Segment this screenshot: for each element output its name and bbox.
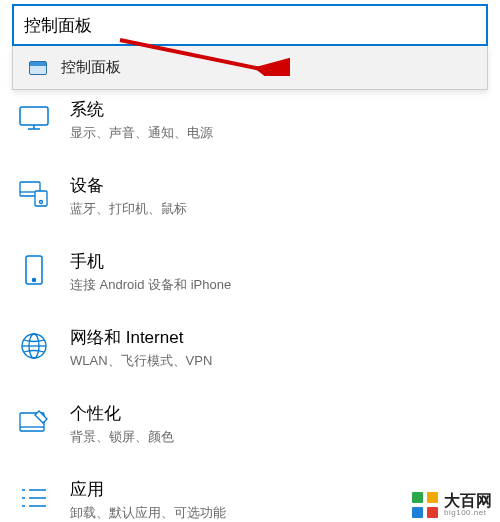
category-phone[interactable]: 手机 连接 Android 设备和 iPhone	[0, 234, 500, 310]
search-suggestions: 控制面板	[12, 46, 488, 90]
category-subtitle: 卸载、默认应用、可选功能	[70, 504, 226, 522]
category-title: 个性化	[70, 402, 174, 425]
network-icon	[18, 330, 50, 362]
category-devices[interactable]: 设备 蓝牙、打印机、鼠标	[0, 158, 500, 234]
category-subtitle: 蓝牙、打印机、鼠标	[70, 200, 187, 218]
category-title: 网络和 Internet	[70, 326, 212, 349]
watermark-brand: 大百网	[444, 493, 492, 509]
settings-list: 系统 显示、声音、通知、电源 设备 蓝牙、打印机、鼠标 手机 连接	[0, 90, 500, 522]
category-title: 设备	[70, 174, 187, 197]
watermark: 大百网 big100.net	[412, 492, 492, 518]
svg-point-10	[33, 279, 36, 282]
category-network[interactable]: 网络和 Internet WLAN、飞行模式、VPN	[0, 310, 500, 386]
search-box[interactable]	[12, 4, 488, 46]
category-subtitle: WLAN、飞行模式、VPN	[70, 352, 212, 370]
category-title: 手机	[70, 250, 231, 273]
category-title: 系统	[70, 98, 213, 121]
devices-icon	[18, 178, 50, 210]
watermark-url: big100.net	[444, 509, 492, 517]
category-subtitle: 连接 Android 设备和 iPhone	[70, 276, 231, 294]
suggestion-label: 控制面板	[61, 58, 121, 77]
category-system[interactable]: 系统 显示、声音、通知、电源	[0, 90, 500, 158]
svg-rect-2	[20, 107, 48, 125]
category-title: 应用	[70, 478, 226, 501]
category-subtitle: 显示、声音、通知、电源	[70, 124, 213, 142]
apps-icon	[18, 482, 50, 514]
personalization-icon	[18, 406, 50, 438]
category-personalization[interactable]: 个性化 背景、锁屏、颜色	[0, 386, 500, 462]
category-subtitle: 背景、锁屏、颜色	[70, 428, 174, 446]
system-icon	[18, 102, 50, 134]
phone-icon	[18, 254, 50, 286]
suggestion-control-panel[interactable]: 控制面板	[13, 46, 487, 89]
control-panel-icon	[29, 61, 47, 75]
search-input[interactable]	[24, 15, 476, 35]
watermark-logo-icon	[412, 492, 438, 518]
